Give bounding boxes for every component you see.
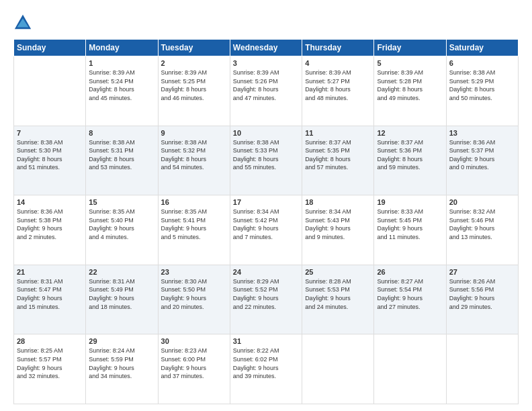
day-number: 12: [377, 129, 443, 137]
calendar-cell: 26Sunrise: 8:27 AM Sunset: 5:54 PM Dayli…: [374, 265, 446, 334]
day-number: 14: [17, 198, 83, 206]
day-number: 22: [89, 268, 154, 276]
day-number: 13: [449, 129, 515, 137]
calendar-cell: [374, 334, 446, 404]
calendar-cell: 18Sunrise: 8:34 AM Sunset: 5:43 PM Dayli…: [302, 195, 374, 265]
day-number: 10: [233, 129, 299, 137]
day-number: 16: [161, 198, 227, 206]
day-number: 7: [17, 129, 83, 137]
calendar-cell: 4Sunrise: 8:39 AM Sunset: 5:27 PM Daylig…: [302, 56, 374, 126]
day-info: Sunrise: 8:30 AM Sunset: 5:50 PM Dayligh…: [161, 277, 227, 311]
calendar-cell: 29Sunrise: 8:24 AM Sunset: 5:59 PM Dayli…: [86, 334, 158, 404]
day-info: Sunrise: 8:37 AM Sunset: 5:35 PM Dayligh…: [305, 138, 371, 172]
day-info: Sunrise: 8:39 AM Sunset: 5:25 PM Dayligh…: [161, 68, 227, 102]
calendar-cell: 9Sunrise: 8:38 AM Sunset: 5:32 PM Daylig…: [158, 126, 230, 195]
day-number: 11: [305, 129, 371, 137]
calendar-table: SundayMondayTuesdayWednesdayThursdayFrid…: [13, 39, 519, 404]
week-row-1: 7Sunrise: 8:38 AM Sunset: 5:30 PM Daylig…: [14, 126, 519, 195]
week-row-3: 21Sunrise: 8:31 AM Sunset: 5:47 PM Dayli…: [14, 265, 519, 334]
header-row: SundayMondayTuesdayWednesdayThursdayFrid…: [14, 40, 519, 56]
day-number: 4: [305, 59, 371, 67]
day-info: Sunrise: 8:38 AM Sunset: 5:29 PM Dayligh…: [449, 68, 515, 102]
week-row-2: 14Sunrise: 8:36 AM Sunset: 5:38 PM Dayli…: [14, 195, 519, 265]
day-number: 17: [233, 198, 299, 206]
calendar-cell: 10Sunrise: 8:38 AM Sunset: 5:33 PM Dayli…: [230, 126, 302, 195]
calendar-cell: [446, 334, 518, 404]
calendar-cell: 3Sunrise: 8:39 AM Sunset: 5:26 PM Daylig…: [230, 56, 302, 126]
calendar-cell: 22Sunrise: 8:31 AM Sunset: 5:49 PM Dayli…: [86, 265, 158, 334]
calendar-cell: 27Sunrise: 8:26 AM Sunset: 5:56 PM Dayli…: [446, 265, 518, 334]
day-number: 5: [377, 59, 443, 67]
day-header-wednesday: Wednesday: [230, 40, 302, 56]
calendar-cell: 25Sunrise: 8:28 AM Sunset: 5:53 PM Dayli…: [302, 265, 374, 334]
calendar-cell: 2Sunrise: 8:39 AM Sunset: 5:25 PM Daylig…: [158, 56, 230, 126]
day-info: Sunrise: 8:31 AM Sunset: 5:47 PM Dayligh…: [17, 277, 83, 311]
day-info: Sunrise: 8:39 AM Sunset: 5:24 PM Dayligh…: [89, 68, 154, 102]
calendar-cell: 7Sunrise: 8:38 AM Sunset: 5:30 PM Daylig…: [14, 126, 86, 195]
day-info: Sunrise: 8:27 AM Sunset: 5:54 PM Dayligh…: [377, 277, 443, 311]
calendar-cell: 21Sunrise: 8:31 AM Sunset: 5:47 PM Dayli…: [14, 265, 86, 334]
day-info: Sunrise: 8:25 AM Sunset: 5:57 PM Dayligh…: [17, 347, 83, 380]
logo-icon: [13, 13, 32, 32]
day-info: Sunrise: 8:34 AM Sunset: 5:42 PM Dayligh…: [233, 208, 299, 241]
day-info: Sunrise: 8:23 AM Sunset: 6:00 PM Dayligh…: [161, 347, 227, 380]
day-info: Sunrise: 8:36 AM Sunset: 5:37 PM Dayligh…: [449, 138, 515, 172]
day-number: 2: [161, 59, 227, 67]
day-header-friday: Friday: [374, 40, 446, 56]
day-info: Sunrise: 8:37 AM Sunset: 5:36 PM Dayligh…: [377, 138, 443, 172]
calendar-cell: [302, 334, 374, 404]
logo: [13, 13, 35, 32]
page: SundayMondayTuesdayWednesdayThursdayFrid…: [0, 0, 532, 411]
day-number: 24: [233, 268, 299, 276]
day-number: 25: [305, 268, 371, 276]
week-row-4: 28Sunrise: 8:25 AM Sunset: 5:57 PM Dayli…: [14, 334, 519, 404]
calendar-cell: [14, 56, 86, 126]
day-number: 19: [377, 198, 443, 206]
calendar-cell: 8Sunrise: 8:38 AM Sunset: 5:31 PM Daylig…: [86, 126, 158, 195]
calendar-cell: 16Sunrise: 8:35 AM Sunset: 5:41 PM Dayli…: [158, 195, 230, 265]
calendar-cell: 20Sunrise: 8:32 AM Sunset: 5:46 PM Dayli…: [446, 195, 518, 265]
day-info: Sunrise: 8:39 AM Sunset: 5:27 PM Dayligh…: [305, 68, 371, 102]
day-number: 27: [449, 268, 515, 276]
day-number: 28: [17, 337, 83, 345]
calendar-cell: 15Sunrise: 8:35 AM Sunset: 5:40 PM Dayli…: [86, 195, 158, 265]
day-number: 26: [377, 268, 443, 276]
day-info: Sunrise: 8:38 AM Sunset: 5:30 PM Dayligh…: [17, 138, 83, 172]
day-info: Sunrise: 8:35 AM Sunset: 5:40 PM Dayligh…: [89, 208, 154, 241]
header: [13, 13, 519, 32]
day-info: Sunrise: 8:33 AM Sunset: 5:45 PM Dayligh…: [377, 208, 443, 241]
calendar-cell: 24Sunrise: 8:29 AM Sunset: 5:52 PM Dayli…: [230, 265, 302, 334]
calendar-cell: 1Sunrise: 8:39 AM Sunset: 5:24 PM Daylig…: [86, 56, 158, 126]
day-number: 23: [161, 268, 227, 276]
day-number: 6: [449, 59, 515, 67]
day-number: 9: [161, 129, 227, 137]
day-info: Sunrise: 8:31 AM Sunset: 5:49 PM Dayligh…: [89, 277, 154, 311]
day-info: Sunrise: 8:26 AM Sunset: 5:56 PM Dayligh…: [449, 277, 515, 311]
calendar-cell: 13Sunrise: 8:36 AM Sunset: 5:37 PM Dayli…: [446, 126, 518, 195]
calendar-cell: 11Sunrise: 8:37 AM Sunset: 5:35 PM Dayli…: [302, 126, 374, 195]
day-number: 15: [89, 198, 154, 206]
day-info: Sunrise: 8:38 AM Sunset: 5:33 PM Dayligh…: [233, 138, 299, 172]
day-number: 3: [233, 59, 299, 67]
calendar-cell: 30Sunrise: 8:23 AM Sunset: 6:00 PM Dayli…: [158, 334, 230, 404]
day-number: 30: [161, 337, 227, 345]
calendar-cell: 6Sunrise: 8:38 AM Sunset: 5:29 PM Daylig…: [446, 56, 518, 126]
day-number: 1: [89, 59, 154, 67]
calendar-cell: 5Sunrise: 8:39 AM Sunset: 5:28 PM Daylig…: [374, 56, 446, 126]
day-number: 31: [233, 337, 299, 345]
calendar-cell: 12Sunrise: 8:37 AM Sunset: 5:36 PM Dayli…: [374, 126, 446, 195]
day-number: 8: [89, 129, 154, 137]
day-number: 20: [449, 198, 515, 206]
day-info: Sunrise: 8:32 AM Sunset: 5:46 PM Dayligh…: [449, 208, 515, 241]
day-number: 21: [17, 268, 83, 276]
calendar-cell: 14Sunrise: 8:36 AM Sunset: 5:38 PM Dayli…: [14, 195, 86, 265]
calendar-cell: 23Sunrise: 8:30 AM Sunset: 5:50 PM Dayli…: [158, 265, 230, 334]
calendar-cell: 28Sunrise: 8:25 AM Sunset: 5:57 PM Dayli…: [14, 334, 86, 404]
calendar-cell: 19Sunrise: 8:33 AM Sunset: 5:45 PM Dayli…: [374, 195, 446, 265]
day-header-saturday: Saturday: [446, 40, 518, 56]
day-info: Sunrise: 8:36 AM Sunset: 5:38 PM Dayligh…: [17, 208, 83, 241]
calendar-cell: 31Sunrise: 8:22 AM Sunset: 6:02 PM Dayli…: [230, 334, 302, 404]
day-header-tuesday: Tuesday: [158, 40, 230, 56]
day-info: Sunrise: 8:38 AM Sunset: 5:31 PM Dayligh…: [89, 138, 154, 172]
day-info: Sunrise: 8:35 AM Sunset: 5:41 PM Dayligh…: [161, 208, 227, 241]
